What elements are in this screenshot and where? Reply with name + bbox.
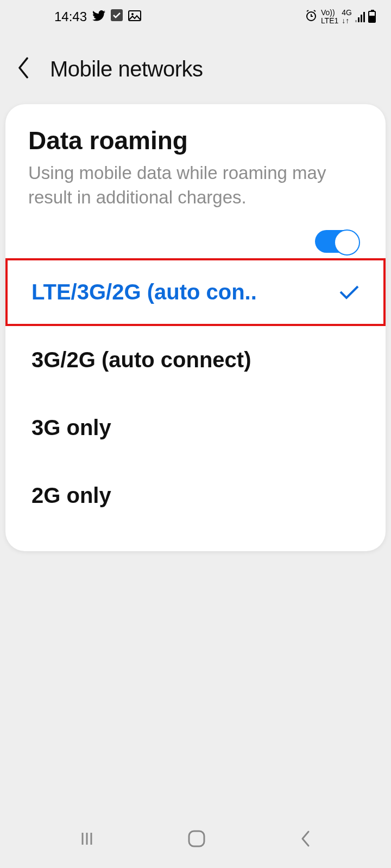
svg-rect-0 — [111, 9, 123, 21]
data-roaming-section[interactable]: Data roaming Using mobile data while roa… — [5, 126, 386, 216]
page-title: Mobile networks — [50, 57, 203, 81]
data-roaming-description: Using mobile data while roaming may resu… — [28, 161, 363, 209]
network-mode-option-2g[interactable]: 2G only — [5, 462, 386, 529]
network-mode-option-3g2g[interactable]: 3G/2G (auto connect) — [5, 326, 386, 394]
volte-label: Vo)) LTE1 — [321, 9, 338, 25]
network-mode-label: 2G only — [31, 483, 111, 508]
status-bar: 14:43 Vo)) LTE1 4G ↓↑ — [0, 0, 391, 34]
battery-icon — [368, 11, 376, 23]
home-icon — [187, 829, 206, 848]
signal-icon — [355, 11, 365, 22]
image-icon — [128, 9, 141, 24]
nav-back-button[interactable] — [298, 829, 312, 850]
svg-rect-4 — [189, 831, 204, 846]
network-mode-label: LTE/3G/2G (auto con.. — [31, 280, 257, 304]
data-roaming-title: Data roaming — [28, 126, 363, 155]
status-right-group: Vo)) LTE1 4G ↓↑ — [305, 9, 376, 25]
settings-card: Data roaming Using mobile data while roa… — [5, 104, 386, 551]
recents-button[interactable] — [79, 831, 95, 849]
home-button[interactable] — [187, 829, 206, 850]
status-left-group: 14:43 — [54, 9, 141, 24]
network-gen-label: 4G ↓↑ — [342, 9, 352, 25]
data-roaming-toggle-row — [5, 216, 386, 258]
checkmark-icon — [339, 280, 360, 304]
network-mode-label: 3G/2G (auto connect) — [31, 348, 251, 372]
chevron-left-icon — [16, 57, 30, 79]
network-mode-label: 3G only — [31, 416, 111, 440]
alarm-icon — [305, 9, 318, 25]
back-button[interactable] — [16, 57, 30, 81]
page-header: Mobile networks — [0, 34, 391, 104]
network-mode-option-lte[interactable]: LTE/3G/2G (auto con.. — [5, 258, 386, 326]
data-roaming-toggle[interactable] — [315, 230, 360, 253]
twitter-icon — [92, 9, 105, 24]
network-mode-option-3g[interactable]: 3G only — [5, 394, 386, 462]
checkbox-icon — [111, 9, 123, 24]
svg-point-2 — [131, 13, 134, 15]
chevron-left-icon — [298, 829, 312, 848]
status-time: 14:43 — [54, 9, 87, 24]
recents-icon — [79, 831, 95, 847]
navigation-bar — [0, 811, 391, 868]
